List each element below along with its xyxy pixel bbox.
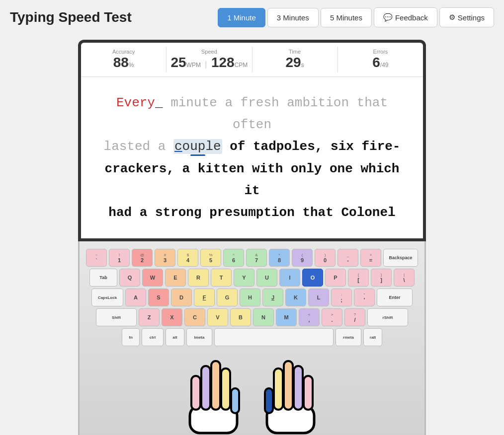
key-minus[interactable]: _- [337,249,358,267]
key-period[interactable]: >. [322,308,342,326]
key-2[interactable]: @2 [132,249,153,267]
btn-5min[interactable]: 5 Minutes [321,8,372,27]
main-content: Accuracy 88% Speed 25WPM | 128CPM Time 2… [0,35,504,435]
btn-settings[interactable]: ⚙ Settings [439,7,494,27]
word-every: Every [116,95,155,110]
key-7[interactable]: &7 [246,249,267,267]
text-line-4: had a strong presumption that Colonel [101,202,403,223]
key-u[interactable]: U [256,269,277,287]
text-display: Every_ minute a fresh ambition that ofte… [81,77,423,238]
text-line4: had a strong presumption that Colonel [108,205,395,220]
svg-rect-2 [201,366,210,410]
right-hand [257,351,322,435]
key-8[interactable]: *8 [269,249,290,267]
key-b[interactable]: B [230,308,251,326]
key-lalt[interactable]: alt [166,328,184,346]
key-s[interactable]: S [148,289,169,306]
key-r[interactable]: R [188,269,209,287]
key-v[interactable]: V [207,308,228,326]
key-w[interactable]: W [142,269,163,287]
key-d[interactable]: D [171,289,192,306]
btn-feedback[interactable]: 💬 Feedback [374,7,437,27]
text-line-3: crackers, a kitten with only one which i… [101,158,403,202]
key-row-qwerty: Tab Q W E R T Y U I O P {[ }] |\ [89,269,415,287]
key-comma[interactable]: <, [299,308,320,326]
key-quote[interactable]: "' [354,289,375,306]
key-6[interactable]: ^6 [223,249,244,267]
keyboard: ~` !1 @2 #3 $4 %5 ^6 &7 *8 (9 )0 _- += B… [89,249,415,346]
key-a[interactable]: A [125,289,146,306]
key-lshift[interactable]: Shift [96,308,137,326]
svg-rect-4 [221,368,230,410]
key-e[interactable]: E [165,269,186,287]
key-enter[interactable]: Enter [377,289,413,306]
key-n[interactable]: N [253,308,274,326]
stat-accuracy: Accuracy 88% [81,47,167,72]
cursor-after-every: _ [155,95,163,110]
laptop-screen: Accuracy 88% Speed 25WPM | 128CPM Time 2… [78,40,426,241]
key-equals[interactable]: += [360,249,381,267]
nav-buttons: 1 Minute 3 Minutes 5 Minutes 💬 Feedback … [218,7,494,27]
key-m[interactable]: M [276,308,297,326]
key-row-numbers: ~` !1 @2 #3 $4 %5 ^6 &7 *8 (9 )0 _- += B… [89,249,415,267]
key-rbracket[interactable]: }] [371,269,392,287]
key-q[interactable]: Q [119,269,140,287]
key-9[interactable]: (9 [292,249,313,267]
key-ctrl[interactable]: ctrl [142,328,164,346]
key-tab[interactable]: Tab [89,269,117,287]
key-row-asdf: CapsLock A S D F G H J K L :; "' Enter [89,289,415,306]
key-l[interactable]: L [308,289,329,306]
hands-area [89,351,415,435]
key-x[interactable]: X [162,308,182,326]
key-space[interactable] [214,328,334,346]
keyboard-area: ~` !1 @2 #3 $4 %5 ^6 &7 *8 (9 )0 _- += B… [78,241,426,435]
key-0[interactable]: )0 [315,249,336,267]
text-couple: couple [173,139,222,154]
text-line1-rest: minute a fresh ambition that often [163,95,388,132]
key-c[interactable]: C [184,308,205,326]
stats-bar: Accuracy 88% Speed 25WPM | 128CPM Time 2… [81,43,423,77]
key-4[interactable]: $4 [177,249,198,267]
key-rshift[interactable]: rShift [367,308,408,326]
key-lmeta[interactable]: lmeta [186,328,212,346]
key-g[interactable]: G [217,289,238,306]
stat-errors: Errors 6/49 [338,47,423,72]
key-t[interactable]: T [211,269,232,287]
gear-icon: ⚙ [449,13,455,22]
svg-rect-3 [211,361,220,410]
text-lasted: lasted a [104,139,173,154]
key-p[interactable]: P [325,269,346,287]
stat-time: Time 29s [252,47,338,72]
key-z[interactable]: Z [139,308,160,326]
key-tilde[interactable]: ~` [86,249,107,267]
key-y[interactable]: Y [234,269,254,287]
text-line-1: Every_ minute a fresh ambition that ofte… [101,92,403,136]
key-ralt[interactable]: ralt [363,328,382,346]
key-f[interactable]: F [194,289,215,306]
key-rmeta[interactable]: rmeta [336,328,361,346]
key-lbracket[interactable]: {[ [348,269,369,287]
key-h[interactable]: H [240,289,260,306]
key-backslash[interactable]: |\ [394,269,415,287]
key-1[interactable]: !1 [109,249,130,267]
text-line-2: lasted a couple of tadpoles, six fire- [101,136,403,157]
key-fn[interactable]: fn [122,328,140,346]
key-row-zxcv: Shift Z X C V B N M <, >. ?/ rShift [89,308,415,326]
key-backspace[interactable]: Backspace [383,249,418,267]
btn-1min[interactable]: 1 Minute [218,8,265,27]
key-5[interactable]: %5 [200,249,221,267]
key-semicolon[interactable]: :; [331,289,352,306]
svg-rect-8 [274,368,283,410]
key-o[interactable]: O [302,269,323,287]
btn-3min[interactable]: 3 Minutes [267,8,319,27]
key-i[interactable]: I [279,269,300,287]
key-row-bottom: fn ctrl alt lmeta rmeta ralt [89,328,415,346]
key-slash[interactable]: ?/ [344,308,365,326]
key-k[interactable]: K [285,289,306,306]
key-capslock[interactable]: CapsLock [91,289,123,306]
divider: | [205,60,207,69]
key-3[interactable]: #3 [155,249,175,267]
text-line2-rest: of tadpoles, six fire- [222,139,401,154]
key-j[interactable]: J [262,289,283,306]
header: Typing Speed Test 1 Minute 3 Minutes 5 M… [0,0,504,35]
